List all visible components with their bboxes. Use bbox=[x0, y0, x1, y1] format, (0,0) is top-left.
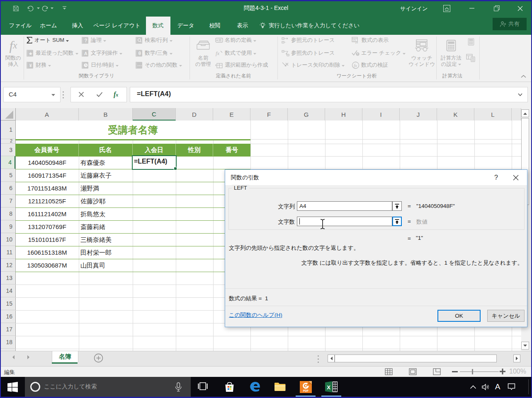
edge-button[interactable] bbox=[243, 377, 267, 397]
column-header-H[interactable]: H bbox=[325, 108, 362, 121]
column-header-L[interactable]: L bbox=[474, 108, 512, 121]
column-header-J[interactable]: J bbox=[400, 108, 437, 121]
table-header-会員番号[interactable]: 会員番号 bbox=[15, 144, 79, 156]
ribbon-math-trig-button[interactable]: θ数学/三角 bbox=[135, 48, 172, 58]
tab-データ[interactable]: データ bbox=[173, 17, 198, 35]
ribbon-recent-functions-button[interactable]: ★最近使った関数 bbox=[26, 48, 78, 58]
name-box[interactable]: C4 bbox=[3, 87, 61, 102]
microphone-icon[interactable] bbox=[175, 382, 182, 392]
hscroll-right-icon[interactable] bbox=[513, 355, 520, 362]
file-explorer-button[interactable] bbox=[268, 377, 292, 397]
cell-A7[interactable]: 1211210525F bbox=[15, 195, 79, 207]
cell-A12[interactable]: 1305030687M bbox=[15, 259, 79, 272]
collapse-dialog-icon-1[interactable] bbox=[392, 201, 402, 211]
collapse-ribbon-icon[interactable] bbox=[521, 75, 526, 78]
tab-file[interactable]: ファイル bbox=[5, 17, 36, 35]
insert-function-icon[interactable]: fx bbox=[114, 91, 118, 98]
gaaiho-pdf-button[interactable]: PDF bbox=[294, 377, 317, 397]
ribbon-define-name-button[interactable]: 名前の定義 bbox=[215, 36, 256, 45]
ribbon-date-time-button[interactable]: 日付/時刻 bbox=[81, 60, 119, 70]
cell-A10[interactable]: 1510101167F bbox=[15, 233, 79, 246]
row-header-15[interactable]: 15 bbox=[0, 297, 15, 310]
cell-B9[interactable]: 斎藤莉緒 bbox=[80, 220, 105, 233]
ribbon-financial-button[interactable]: ¥財務 bbox=[26, 60, 51, 70]
row-header-5[interactable]: 5 bbox=[0, 169, 15, 182]
excel-button[interactable]: X bbox=[320, 377, 343, 397]
cell-A8[interactable]: 1611121402M bbox=[15, 207, 79, 220]
row-header-1[interactable]: 1 bbox=[0, 121, 15, 139]
formula-bar-splitter-icon[interactable] bbox=[62, 91, 64, 99]
column-header-K[interactable]: K bbox=[437, 108, 474, 121]
row-header-18[interactable]: 18 bbox=[0, 336, 15, 349]
ribbon-show-formulas-button[interactable]: 15fx数式の表示 bbox=[352, 36, 389, 45]
fill-handle[interactable] bbox=[174, 167, 177, 170]
ribbon-lookup-reference-button[interactable]: 検索/行列 bbox=[135, 36, 172, 45]
enter-icon[interactable] bbox=[96, 92, 103, 97]
ribbon-text-functions-button[interactable]: A文字列操作 bbox=[81, 48, 122, 58]
row-header-8[interactable]: 8 bbox=[0, 207, 15, 220]
zoom-slider-knob[interactable] bbox=[472, 369, 473, 374]
column-header-F[interactable]: F bbox=[250, 108, 288, 121]
normal-view-icon[interactable] bbox=[385, 368, 393, 375]
cell-B11[interactable]: 田村栄一郎 bbox=[80, 246, 112, 259]
ribbon-use-in-formula-button[interactable]: fx数式で使用 bbox=[215, 48, 256, 58]
cell-B12[interactable]: 山田真司 bbox=[80, 259, 105, 272]
start-button[interactable] bbox=[0, 377, 25, 397]
active-cell-C4[interactable]: =LEFT(A4) bbox=[132, 155, 177, 170]
cell-B6[interactable]: 瀬野満 bbox=[80, 182, 99, 195]
sheet-tab-meibo[interactable]: 名簿 bbox=[52, 351, 78, 362]
column-header-E[interactable]: E bbox=[213, 108, 250, 121]
sign-in-label[interactable]: サインイン bbox=[400, 5, 428, 12]
minimize-icon[interactable] bbox=[463, 0, 481, 17]
formula-input[interactable]: =LEFT(A4) bbox=[130, 87, 528, 102]
row-header-2[interactable]: 2 bbox=[0, 139, 15, 144]
row-header-14[interactable]: 14 bbox=[0, 285, 15, 297]
ok-button[interactable]: OK bbox=[437, 310, 481, 322]
collapse-dialog-icon-2[interactable] bbox=[392, 217, 402, 226]
taskbar-search-box[interactable]: ここに入力して検索 bbox=[25, 377, 191, 397]
tray-expand-icon[interactable] bbox=[467, 377, 479, 397]
row-header-11[interactable]: 11 bbox=[0, 246, 15, 259]
ribbon-trace-dependents-button[interactable]: 参照先のトレース bbox=[282, 48, 335, 58]
tabbar-splitter-icon[interactable] bbox=[317, 355, 319, 363]
column-header-G[interactable]: G bbox=[288, 108, 325, 121]
tab-ページ レイアウト[interactable]: ページ レイアウト bbox=[91, 17, 143, 35]
row-header-7[interactable]: 7 bbox=[0, 195, 15, 207]
dialog-help-icon[interactable]: ? bbox=[488, 170, 506, 185]
calculation-options-button[interactable]: 計算方法の設定 bbox=[438, 36, 464, 72]
column-header-A[interactable]: A bbox=[15, 108, 79, 121]
name-manager-button[interactable]: 名前の管理 bbox=[192, 36, 215, 72]
cell-A1-title[interactable]: 受講者名簿 bbox=[15, 121, 250, 139]
tab-校閲[interactable]: 校閲 bbox=[203, 17, 226, 35]
cell-B10[interactable]: 三橋奈緒美 bbox=[80, 233, 112, 246]
tab-表示[interactable]: 表示 bbox=[231, 17, 254, 35]
table-header-氏名[interactable]: 氏名 bbox=[79, 144, 133, 156]
page-break-view-icon[interactable] bbox=[433, 368, 441, 375]
tab-数式[interactable]: 数式 bbox=[146, 17, 170, 35]
zoom-level[interactable]: 100% bbox=[509, 368, 526, 375]
cell-A9[interactable]: 1312070769F bbox=[15, 220, 79, 233]
prev-sheet-icon[interactable] bbox=[12, 355, 15, 359]
page-layout-view-icon[interactable] bbox=[409, 368, 417, 375]
cancel-icon[interactable] bbox=[78, 92, 84, 97]
cell-A6[interactable]: 1701151483M bbox=[15, 182, 79, 195]
zoom-slider-track[interactable] bbox=[460, 371, 499, 372]
ribbon-autosum-button[interactable]: オート SUM bbox=[26, 36, 69, 45]
function-help-link[interactable]: この関数のヘルプ(H) bbox=[229, 311, 282, 319]
row-header-4[interactable]: 4 bbox=[0, 156, 15, 169]
horizontal-scroll-thumb[interactable] bbox=[335, 355, 497, 362]
calculate-now-button[interactable] bbox=[468, 38, 474, 46]
column-header-D[interactable]: D bbox=[176, 108, 213, 121]
ime-mode-indicator[interactable]: A bbox=[492, 377, 503, 397]
tell-me-box[interactable]: 実行したい作業を入力してください bbox=[260, 17, 360, 35]
ribbon-display-options-icon[interactable] bbox=[438, 0, 456, 17]
ribbon-error-checking-button[interactable]: エラー チェック bbox=[352, 48, 406, 58]
select-all-corner[interactable] bbox=[0, 108, 15, 121]
action-center-icon[interactable] bbox=[505, 377, 518, 397]
scroll-down-icon[interactable] bbox=[521, 342, 529, 350]
column-header-C[interactable]: C bbox=[133, 108, 176, 121]
ribbon-logical-button[interactable]: ?論理 bbox=[81, 36, 106, 45]
zoom-in-icon[interactable] bbox=[500, 369, 505, 374]
restore-icon[interactable] bbox=[488, 0, 505, 17]
row-header-10[interactable]: 10 bbox=[0, 233, 15, 246]
